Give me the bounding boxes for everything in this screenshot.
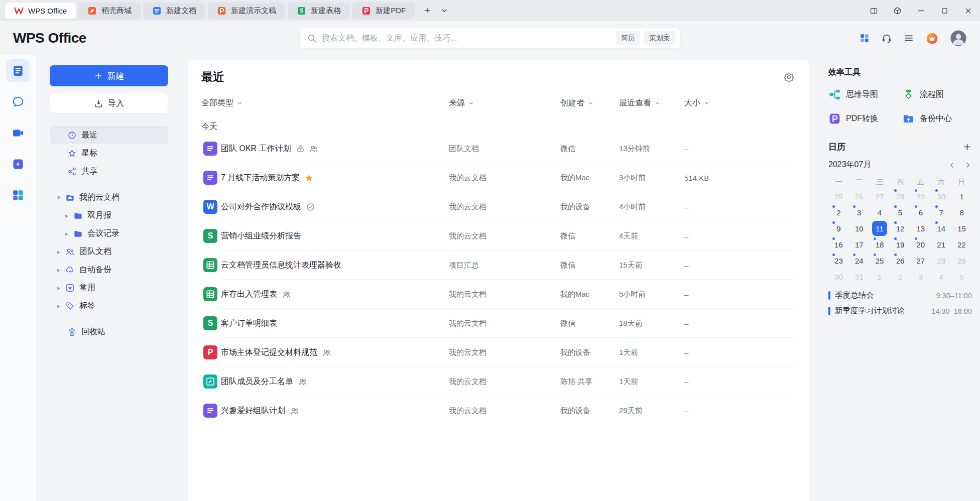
calendar-day[interactable]: 4	[931, 269, 951, 285]
apps-grid-icon[interactable]	[859, 33, 870, 44]
calendar-day[interactable]: 30	[828, 269, 849, 285]
calendar-day[interactable]: 18	[870, 236, 890, 253]
file-row[interactable]: S营销小组业绩分析报告我的云文档微信4天前–	[201, 221, 794, 250]
filter-dropdown[interactable]: 创建者	[560, 98, 594, 108]
calendar-day[interactable]: 4	[870, 204, 890, 220]
calendar-day[interactable]: 24	[849, 253, 870, 269]
file-row[interactable]: S客户订单明细表我的云文档微信18天前–	[201, 309, 794, 338]
sidebar-tree-item[interactable]: ▸团队文档	[50, 242, 168, 261]
calendar-day[interactable]: 1	[870, 269, 890, 285]
sidebar-item[interactable]: 星标	[50, 144, 168, 162]
sidebar-tree-item[interactable]: ▸常用	[50, 279, 168, 297]
expand-caret-icon[interactable]: ▾	[55, 194, 63, 201]
app-box-icon[interactable]	[886, 0, 909, 21]
calendar-day[interactable]: 7	[931, 204, 951, 220]
calendar-event[interactable]: 新季度学习计划讨论14:30–16:00	[828, 303, 972, 319]
window-tab[interactable]: 新建表格	[288, 3, 350, 19]
rail-item[interactable]	[7, 121, 30, 145]
calendar-day[interactable]: 19	[890, 236, 911, 253]
calendar-day[interactable]: 23	[828, 253, 849, 269]
filter-dropdown[interactable]: 来源	[449, 98, 475, 108]
maximize-icon[interactable]	[933, 0, 956, 21]
sidebar-item[interactable]: 共享	[50, 162, 168, 180]
window-tab[interactable]: WPS Office	[5, 3, 76, 19]
tool-item[interactable]: PDF转换	[828, 109, 898, 128]
calendar-day[interactable]: 3	[849, 204, 870, 220]
sidebar-tree-item[interactable]: ▸标签	[50, 297, 168, 315]
chevron-left-icon[interactable]	[948, 161, 956, 169]
new-document-button[interactable]: 新建	[50, 65, 168, 86]
file-row[interactable]: 云文档管理员信息统计表理器验收项目汇总微信15天前–	[201, 250, 794, 280]
calendar-day[interactable]: 29	[951, 253, 972, 269]
calendar-day[interactable]: 26	[849, 188, 870, 204]
import-button[interactable]: 导入	[50, 93, 168, 114]
sidebar-item[interactable]: 最近	[50, 126, 168, 144]
close-icon[interactable]	[956, 0, 980, 21]
calendar-day[interactable]: 25	[828, 188, 849, 204]
menu-icon[interactable]	[903, 33, 914, 44]
search-hot-tag[interactable]: 策划案	[644, 31, 675, 45]
file-row[interactable]: 兴趣爱好组队计划我的云文档我的设备29天前–	[201, 396, 794, 425]
tab-list-chevron-icon[interactable]	[437, 3, 452, 18]
search-hot-tag[interactable]: 简历	[616, 31, 640, 45]
rail-item[interactable]	[7, 59, 30, 82]
calendar-day[interactable]: 9	[828, 220, 849, 236]
file-row[interactable]: 团队 OKR 工作计划团队文档微信13分钟前–	[201, 134, 794, 163]
file-row[interactable]: P市场主体登记提交材料规范我的云文档我的设备1天前–	[201, 338, 794, 367]
split-layout-icon[interactable]	[862, 0, 886, 21]
file-row[interactable]: 团队成员及分工名单我的云文档陈旭 共享1天前–	[201, 367, 794, 396]
calendar-day[interactable]: 29	[910, 188, 931, 204]
user-avatar[interactable]	[950, 30, 967, 47]
sidebar-item-trash[interactable]: 回收站	[50, 323, 168, 341]
minimize-icon[interactable]	[909, 0, 933, 21]
calendar-day[interactable]: 12	[890, 220, 911, 236]
search-bar[interactable]: 搜索文档、模板、文库、应用、技巧... 简历策划案	[299, 28, 681, 49]
add-tab-icon[interactable]	[420, 3, 435, 18]
calendar-day[interactable]: 17	[849, 236, 870, 253]
calendar-day[interactable]: 8	[951, 204, 972, 220]
calendar-day[interactable]: 16	[828, 236, 849, 253]
gear-icon[interactable]	[784, 72, 794, 82]
filter-dropdown[interactable]: 最近查看	[619, 98, 661, 108]
calendar-day[interactable]: 5	[890, 204, 911, 220]
calendar-day[interactable]: 2	[890, 269, 911, 285]
calendar-day[interactable]: 22	[951, 236, 972, 253]
calendar-day[interactable]: 26	[890, 253, 911, 269]
sidebar-tree-item[interactable]: ▸会议记录	[50, 224, 168, 242]
rail-item[interactable]	[7, 153, 30, 176]
calendar-day[interactable]: 27	[910, 253, 931, 269]
calendar-day[interactable]: 28	[931, 253, 951, 269]
calendar-event[interactable]: 季度总结会9:30–11:00	[828, 288, 972, 303]
calendar-day[interactable]: 11	[870, 220, 890, 236]
calendar-day[interactable]: 31	[849, 269, 870, 285]
calendar-day[interactable]: 10	[849, 220, 870, 236]
expand-caret-icon[interactable]: ▸	[55, 248, 63, 256]
calendar-day[interactable]: 5	[951, 269, 972, 285]
tool-item[interactable]: 思维导图	[828, 85, 898, 104]
tool-item[interactable]: 流程图	[902, 85, 972, 104]
vip-badge-icon[interactable]	[925, 32, 939, 45]
expand-caret-icon[interactable]: ▸	[63, 212, 71, 219]
expand-caret-icon[interactable]: ▸	[55, 266, 63, 274]
window-tab[interactable]: 新建PDF	[352, 3, 415, 19]
calendar-day[interactable]: 6	[910, 204, 931, 220]
calendar-day[interactable]: 14	[931, 220, 951, 236]
calendar-day[interactable]: 21	[931, 236, 951, 253]
expand-caret-icon[interactable]: ▸	[55, 302, 63, 310]
rail-item[interactable]	[7, 90, 30, 113]
tool-item[interactable]: 备份中心	[902, 109, 972, 128]
filter-dropdown[interactable]: 全部类型	[201, 98, 243, 108]
window-tab[interactable]: 新建演示文稿	[208, 3, 285, 19]
chevron-right-icon[interactable]	[964, 161, 972, 169]
plus-icon[interactable]	[962, 142, 972, 152]
window-tab[interactable]: 新建文档	[143, 3, 205, 19]
file-row[interactable]: W公司对外合作协议模板我的云文档我的设备4小时前–	[201, 192, 794, 221]
expand-caret-icon[interactable]: ▸	[55, 284, 63, 292]
sidebar-tree-item[interactable]: ▾我的云文档	[50, 188, 168, 206]
calendar-day[interactable]: 3	[910, 269, 931, 285]
headset-icon[interactable]	[881, 33, 892, 44]
calendar-day[interactable]: 15	[951, 220, 972, 236]
calendar-day[interactable]: 13	[910, 220, 931, 236]
calendar-day[interactable]: 2	[828, 204, 849, 220]
filter-dropdown[interactable]: 大小	[684, 98, 710, 108]
